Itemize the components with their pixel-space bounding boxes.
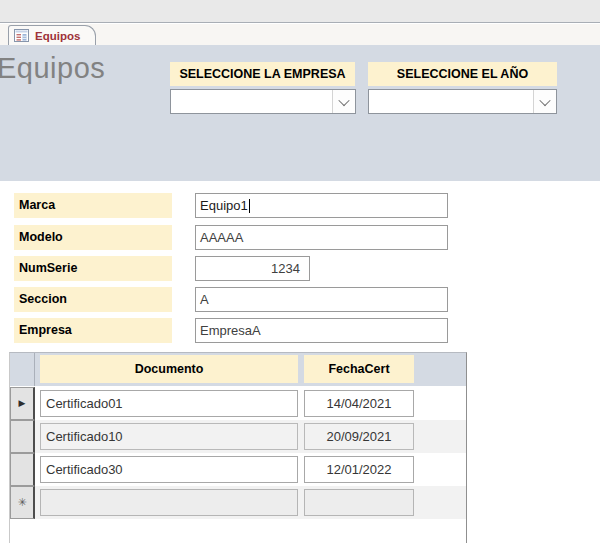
text-cursor [249, 199, 250, 213]
empresa-filter-label: SELECCIONE LA EMPRESA [170, 62, 355, 86]
fechacert-cell-value: 20/09/2021 [326, 429, 391, 444]
numserie-label: NumSerie [14, 256, 172, 281]
modelo-field[interactable]: AAAAA [195, 225, 448, 250]
documento-cell-value: Certificado30 [46, 462, 123, 477]
form-header: Equipos SELECCIONE LA EMPRESA SELECCIONE… [0, 45, 600, 181]
ribbon-bottom-strip [0, 0, 600, 23]
marca-value: Equipo1 [200, 198, 248, 213]
seccion-field[interactable]: A [195, 287, 448, 312]
record-selector[interactable]: ✳ [10, 486, 35, 519]
fechacert-cell[interactable] [304, 489, 414, 516]
anio-combobox[interactable] [368, 89, 557, 114]
table-row-new: ✳ [10, 486, 466, 519]
documento-cell-value: Certificado10 [46, 429, 123, 444]
empresa-combobox-value[interactable] [171, 90, 332, 113]
empresa-value: EmpresaA [200, 323, 261, 338]
page-title: Equipos [0, 52, 105, 85]
form-icon [14, 29, 29, 42]
anio-combobox-dropdown-button[interactable] [533, 90, 556, 113]
fechacert-cell-value: 14/04/2021 [326, 396, 391, 411]
table-row: Certificado30 12/01/2022 [10, 453, 466, 486]
documento-cell[interactable]: Certificado10 [40, 423, 298, 450]
record-selector[interactable] [10, 453, 35, 486]
documento-cell-value: Certificado01 [46, 396, 123, 411]
empresa-combobox-dropdown-button[interactable] [332, 90, 355, 113]
record-selector[interactable] [10, 420, 35, 453]
certificados-subform: Documento FechaCert ▶ Certificado01 14/0… [9, 352, 467, 543]
modelo-value: AAAAA [200, 230, 243, 245]
tab-label: Equipos [35, 27, 80, 45]
fechacert-cell[interactable]: 20/09/2021 [304, 423, 414, 450]
chevron-down-icon [338, 94, 349, 105]
access-window: { "tab_bar": { "tab": { "label": "Equipo… [0, 0, 600, 543]
new-record-icon: ✳ [17, 497, 26, 508]
numserie-value: 1234 [271, 261, 300, 276]
fechacert-cell-value: 12/01/2022 [326, 462, 391, 477]
seccion-label: Seccion [14, 287, 172, 312]
marca-label: Marca [14, 193, 172, 218]
column-header-documento[interactable]: Documento [40, 355, 298, 383]
select-all-corner[interactable] [10, 353, 35, 386]
seccion-value: A [200, 292, 209, 307]
fechacert-cell[interactable]: 12/01/2022 [304, 456, 414, 483]
documento-cell[interactable]: Certificado30 [40, 456, 298, 483]
tab-equipos[interactable]: Equipos [8, 25, 96, 45]
table-row: ▶ Certificado01 14/04/2021 [10, 387, 466, 420]
anio-filter-label: SELECCIONE EL AÑO [368, 62, 557, 86]
documento-cell[interactable] [40, 489, 298, 516]
documento-cell[interactable]: Certificado01 [40, 390, 298, 417]
empresa-label: Empresa [14, 318, 172, 343]
empresa-field[interactable]: EmpresaA [195, 318, 448, 343]
record-selector[interactable]: ▶ [10, 387, 35, 420]
fechacert-cell[interactable]: 14/04/2021 [304, 390, 414, 417]
datasheet-header: Documento FechaCert [10, 353, 466, 386]
anio-combobox-value[interactable] [369, 90, 533, 113]
empresa-combobox[interactable] [170, 89, 356, 114]
numserie-field[interactable]: 1234 [195, 256, 310, 281]
marca-field[interactable]: Equipo1 [195, 193, 448, 218]
current-record-icon: ▶ [19, 399, 26, 408]
column-header-fechacert[interactable]: FechaCert [304, 355, 414, 383]
table-row: Certificado10 20/09/2021 [10, 420, 466, 453]
modelo-label: Modelo [14, 225, 172, 250]
chevron-down-icon [539, 94, 550, 105]
